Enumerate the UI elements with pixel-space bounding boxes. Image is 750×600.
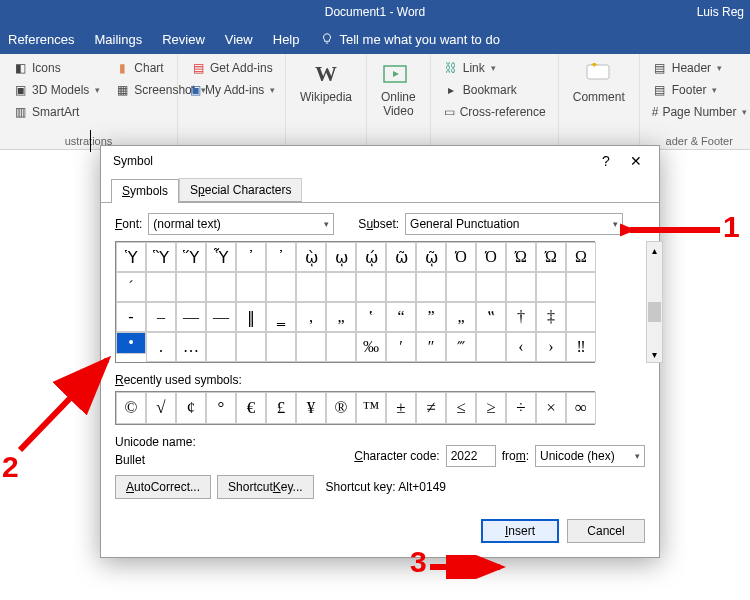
symbol-cell[interactable] — [236, 272, 266, 302]
shortcut-key-button[interactable]: Shortcut Key... — [217, 475, 314, 499]
recent-symbol-cell[interactable]: √ — [146, 392, 176, 424]
symbol-cell[interactable]: – — [146, 302, 176, 332]
symbol-cell[interactable] — [386, 272, 416, 302]
recent-symbol-cell[interactable]: £ — [266, 392, 296, 424]
symbol-cell[interactable]: ‗ — [266, 302, 296, 332]
symbol-cell[interactable]: ′ — [386, 332, 416, 362]
recent-symbol-cell[interactable]: ∞ — [566, 392, 596, 424]
symbol-cell[interactable]: ´ — [116, 272, 146, 302]
symbol-cell[interactable] — [476, 272, 506, 302]
cross-reference-button[interactable]: ▭Cross-reference — [439, 102, 550, 122]
online-video-button[interactable]: Online Video — [375, 58, 422, 120]
help-button[interactable]: ? — [591, 146, 621, 176]
symbol-cell[interactable] — [536, 272, 566, 302]
symbol-cell[interactable] — [326, 272, 356, 302]
font-select[interactable]: (normal text)▾ — [148, 213, 334, 235]
tab-mailings[interactable]: Mailings — [94, 32, 142, 47]
symbol-cell[interactable]: ‴ — [446, 332, 476, 362]
symbol-cell[interactable]: Ώ — [536, 242, 566, 272]
symbol-cell[interactable]: ” — [416, 302, 446, 332]
link-button[interactable]: ⛓Link▾ — [439, 58, 550, 78]
symbol-cell[interactable]: Ό — [476, 242, 506, 272]
symbol-cell[interactable] — [146, 272, 176, 302]
symbol-cell[interactable] — [446, 272, 476, 302]
smartart-button[interactable]: ▥SmartArt — [8, 102, 104, 122]
scroll-down-icon[interactable]: ▾ — [647, 346, 662, 362]
symbol-cell[interactable] — [476, 332, 506, 362]
tab-review[interactable]: Review — [162, 32, 205, 47]
symbol-cell[interactable] — [266, 332, 296, 362]
recent-symbol-cell[interactable]: ≤ — [446, 392, 476, 424]
symbol-cell[interactable] — [566, 272, 596, 302]
symbol-cell[interactable]: “ — [386, 302, 416, 332]
symbol-cell[interactable] — [296, 332, 326, 362]
recent-symbol-cell[interactable]: € — [236, 392, 266, 424]
tab-references[interactable]: References — [8, 32, 74, 47]
cancel-button[interactable]: Cancel — [567, 519, 645, 543]
symbol-cell[interactable]: Ὓ — [146, 242, 176, 272]
symbol-cell[interactable]: ‟ — [476, 302, 506, 332]
tab-help[interactable]: Help — [273, 32, 300, 47]
recent-symbol-cell[interactable]: ≠ — [416, 392, 446, 424]
symbol-cell[interactable]: ‼ — [566, 332, 596, 362]
symbol-cell[interactable] — [326, 332, 356, 362]
recent-symbol-cell[interactable]: © — [116, 392, 146, 424]
symbol-cell[interactable]: ‹ — [506, 332, 536, 362]
symbol-cell[interactable]: Ό — [446, 242, 476, 272]
recent-symbol-cell[interactable]: × — [536, 392, 566, 424]
symbol-cell[interactable] — [266, 272, 296, 302]
header-button[interactable]: ▤Header▾ — [648, 58, 750, 78]
symbol-cell[interactable]: Ὑ — [116, 242, 146, 272]
scroll-thumb[interactable] — [648, 302, 661, 322]
recent-symbol-cell[interactable]: ™ — [356, 392, 386, 424]
symbol-cell[interactable]: Ω — [566, 242, 596, 272]
recent-symbol-cell[interactable]: ¢ — [176, 392, 206, 424]
get-addins-button[interactable]: ▤Get Add-ins — [186, 58, 277, 78]
comment-button[interactable]: ✦Comment — [567, 58, 631, 106]
symbol-cell[interactable]: ῶ — [386, 242, 416, 272]
symbol-cell[interactable] — [206, 272, 236, 302]
symbol-cell[interactable]: ῴ — [356, 242, 386, 272]
symbol-cell[interactable]: ῷ — [416, 242, 446, 272]
grid-scrollbar[interactable]: ▴ ▾ — [646, 241, 663, 363]
symbol-cell[interactable]: „ — [326, 302, 356, 332]
symbol-cell[interactable] — [296, 272, 326, 302]
symbol-cell[interactable] — [566, 302, 596, 332]
symbol-cell[interactable]: ᾿ — [266, 242, 296, 272]
symbol-cell[interactable] — [416, 272, 446, 302]
recent-symbol-cell[interactable]: ° — [206, 392, 236, 424]
symbol-cell[interactable]: Ὕ — [176, 242, 206, 272]
tab-special-characters[interactable]: Special Characters — [179, 178, 302, 202]
symbol-cell[interactable]: … — [176, 332, 206, 362]
symbol-cell[interactable] — [356, 272, 386, 302]
icons-button[interactable]: ◧Icons — [8, 58, 104, 78]
autocorrect-button[interactable]: AutoCorrect... — [115, 475, 211, 499]
footer-button[interactable]: ▤Footer▾ — [648, 80, 750, 100]
recent-symbol-cell[interactable]: ≥ — [476, 392, 506, 424]
symbol-cell[interactable]: Ὗ — [206, 242, 236, 272]
my-addins-button[interactable]: ▣My Add-ins▾ — [186, 80, 277, 100]
symbol-cell[interactable]: „ — [446, 302, 476, 332]
recent-symbol-cell[interactable]: ¥ — [296, 392, 326, 424]
symbol-cell[interactable]: ῲ — [296, 242, 326, 272]
wikipedia-button[interactable]: WWikipedia — [294, 58, 358, 106]
character-code-input[interactable] — [446, 445, 496, 467]
symbol-cell[interactable] — [506, 272, 536, 302]
recent-symbol-cell[interactable]: ® — [326, 392, 356, 424]
subset-select[interactable]: General Punctuation▾ — [405, 213, 623, 235]
tab-view[interactable]: View — [225, 32, 253, 47]
symbol-cell[interactable] — [206, 332, 236, 362]
bookmark-button[interactable]: ▸Bookmark — [439, 80, 550, 100]
symbol-cell[interactable]: ‛ — [356, 302, 386, 332]
symbol-cell[interactable] — [236, 332, 266, 362]
3d-models-button[interactable]: ▣3D Models▾ — [8, 80, 104, 100]
symbol-cell[interactable]: ᾽ — [236, 242, 266, 272]
symbol-cell[interactable]: — — [176, 302, 206, 332]
symbol-cell[interactable] — [176, 272, 206, 302]
symbol-cell[interactable]: • — [116, 332, 146, 354]
recent-symbol-cell[interactable]: ± — [386, 392, 416, 424]
tab-symbols[interactable]: Symbols — [111, 179, 179, 203]
close-button[interactable]: ✕ — [621, 146, 651, 176]
symbol-cell[interactable]: ‰ — [356, 332, 386, 362]
page-number-button[interactable]: #Page Number▾ — [648, 102, 750, 122]
